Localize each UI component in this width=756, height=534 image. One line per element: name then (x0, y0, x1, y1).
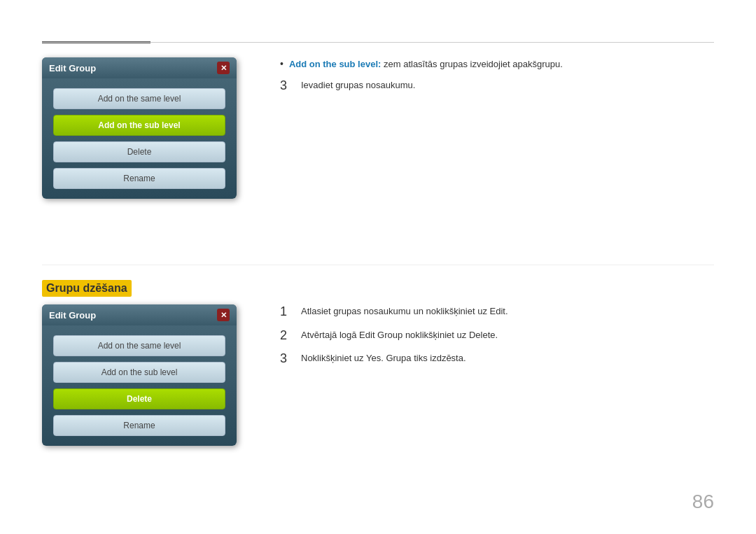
dialog-titlebar-bottom: Edit Group ✕ (42, 304, 237, 325)
add-same-level-button-bottom[interactable]: Add on the same level (53, 335, 225, 356)
rename-button-bottom[interactable]: Rename (53, 415, 225, 436)
bullet-dot: • (280, 57, 284, 71)
step-3-bottom: 3 Noklikšķiniet uz Yes. Grupa tiks izdzē… (280, 351, 714, 367)
delete-button-bottom[interactable]: Delete (53, 388, 225, 409)
bullet-text-rest: zem atlasītās grupas izveidojiet apakšgr… (381, 59, 562, 69)
step-text-3-bottom: Noklikšķiniet uz Yes. Grupa tiks izdzēst… (301, 351, 466, 365)
step-num-3-top: 3 (280, 78, 293, 94)
instructions-bottom: 1 Atlasiet grupas nosaukumu un noklikšķi… (280, 304, 714, 374)
add-same-level-button-top[interactable]: Add on the same level (53, 88, 225, 109)
bullet-text: Add on the sub level: zem atlasītās grup… (289, 57, 563, 71)
rename-button-top[interactable]: Rename (53, 168, 225, 189)
dialog-titlebar-top: Edit Group ✕ (42, 57, 237, 78)
step-2-bottom: 2 Atvērtajā logā Edit Group noklikšķinie… (280, 328, 714, 344)
dialog-close-button-bottom[interactable]: ✕ (217, 309, 230, 321)
dialog-close-button-top[interactable]: ✕ (217, 62, 230, 74)
dialog-title-top: Edit Group (49, 63, 96, 73)
highlight-edit-1: Edit (490, 306, 505, 316)
instructions-top: • Add on the sub level: zem atlasītās gr… (280, 57, 714, 100)
top-rule (42, 42, 714, 43)
add-sub-level-button-top[interactable]: Add on the sub level (53, 115, 225, 136)
delete-button-top[interactable]: Delete (53, 141, 225, 162)
step-text-2-bottom: Atvērtajā logā Edit Group noklikšķiniet … (301, 328, 498, 342)
section-title: Grupu dzēšana (42, 280, 132, 297)
page-number: 86 (692, 491, 714, 513)
step-text-3-top: Ievadiet grupas nosaukumu. (301, 78, 415, 92)
dialog-body-top: Add on the same level Add on the sub lev… (42, 78, 237, 199)
highlight-delete-2: Delete (469, 330, 496, 340)
mid-rule (42, 265, 714, 265)
add-sub-level-button-bottom[interactable]: Add on the sub level (53, 362, 225, 383)
highlight-yes-3: Yes (366, 353, 381, 363)
bullet-item-top: • Add on the sub level: zem atlasītās gr… (280, 57, 714, 71)
edit-group-dialog-bottom: Edit Group ✕ Add on the same level Add o… (42, 304, 237, 446)
edit-group-dialog-top: Edit Group ✕ Add on the same level Add o… (42, 57, 237, 199)
highlight-add-sub: Add on the sub level: (289, 59, 381, 69)
step-num-2-bottom: 2 (280, 328, 293, 344)
step-3-top: 3 Ievadiet grupas nosaukumu. (280, 78, 714, 94)
dialog-body-bottom: Add on the same level Add on the sub lev… (42, 325, 237, 446)
highlight-edit-group-2: Edit Group (359, 330, 402, 340)
step-num-3-bottom: 3 (280, 351, 293, 367)
step-num-1-bottom: 1 (280, 304, 293, 320)
step-1-bottom: 1 Atlasiet grupas nosaukumu un noklikšķi… (280, 304, 714, 320)
step-text-1-bottom: Atlasiet grupas nosaukumu un noklikšķini… (301, 304, 508, 318)
dialog-title-bottom: Edit Group (49, 310, 96, 321)
